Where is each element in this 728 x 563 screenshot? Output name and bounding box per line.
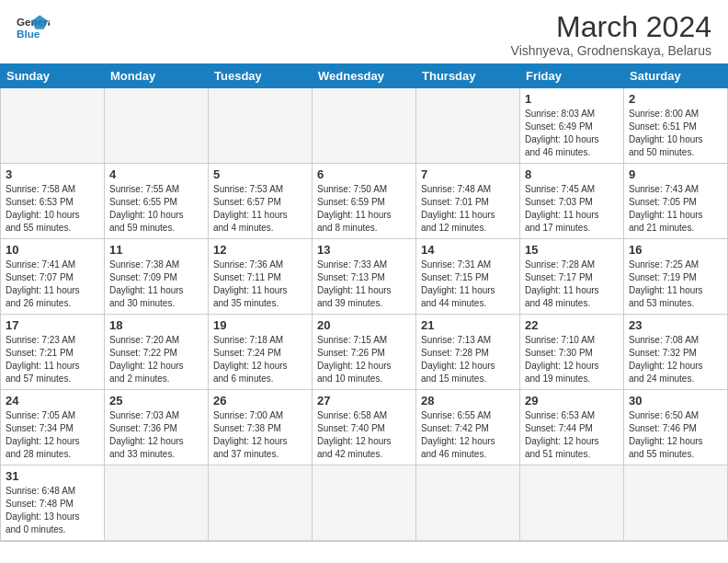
- day-info: Sunrise: 7:05 AM Sunset: 7:34 PM Dayligh…: [6, 409, 99, 461]
- day-info: Sunrise: 7:15 AM Sunset: 7:26 PM Dayligh…: [317, 334, 411, 385]
- calendar-cell-0-5: 1Sunrise: 8:03 AM Sunset: 6:49 PM Daylig…: [520, 88, 624, 164]
- day-info: Sunrise: 8:03 AM Sunset: 6:49 PM Dayligh…: [525, 108, 619, 159]
- day-info: Sunrise: 7:45 AM Sunset: 7:03 PM Dayligh…: [525, 183, 619, 235]
- day-number: 14: [421, 243, 515, 257]
- weekday-header-sunday: Sunday: [1, 64, 105, 88]
- day-info: Sunrise: 7:18 AM Sunset: 7:24 PM Dayligh…: [213, 334, 307, 385]
- day-number: 7: [421, 167, 515, 181]
- day-info: Sunrise: 7:28 AM Sunset: 7:17 PM Dayligh…: [525, 259, 619, 310]
- day-number: 18: [109, 318, 203, 332]
- day-number: 30: [629, 394, 722, 408]
- calendar-cell-4-6: 30Sunrise: 6:50 AM Sunset: 7:46 PM Dayli…: [624, 390, 728, 465]
- day-info: Sunrise: 7:41 AM Sunset: 7:07 PM Dayligh…: [6, 259, 99, 310]
- title-block: March 2024 Vishnyeva, Grodnenskaya, Bela…: [511, 11, 711, 58]
- day-number: 20: [317, 318, 411, 332]
- calendar-cell-4-2: 26Sunrise: 7:00 AM Sunset: 7:38 PM Dayli…: [209, 390, 313, 465]
- day-info: Sunrise: 7:10 AM Sunset: 7:30 PM Dayligh…: [525, 334, 619, 385]
- day-info: Sunrise: 7:20 AM Sunset: 7:22 PM Dayligh…: [109, 334, 203, 385]
- day-number: 1: [525, 92, 619, 106]
- day-number: 10: [6, 243, 99, 257]
- day-number: 13: [317, 243, 411, 257]
- day-info: Sunrise: 6:53 AM Sunset: 7:44 PM Dayligh…: [525, 409, 619, 461]
- day-number: 15: [525, 243, 619, 257]
- calendar-cell-3-4: 21Sunrise: 7:13 AM Sunset: 7:28 PM Dayli…: [416, 315, 520, 390]
- day-info: Sunrise: 6:58 AM Sunset: 7:40 PM Dayligh…: [317, 409, 411, 461]
- month-title: March 2024: [511, 11, 711, 43]
- day-number: 12: [213, 243, 307, 257]
- general-blue-logo-icon: General Blue: [17, 11, 50, 44]
- calendar-cell-3-1: 18Sunrise: 7:20 AM Sunset: 7:22 PM Dayli…: [105, 315, 209, 390]
- calendar-cell-5-6: [624, 465, 728, 542]
- calendar-cell-0-3: [313, 88, 416, 164]
- day-number: 27: [317, 394, 411, 408]
- calendar-cell-5-4: [416, 465, 520, 542]
- day-number: 22: [525, 318, 619, 332]
- calendar-cell-5-3: [313, 465, 416, 542]
- calendar-week-row-2: 10Sunrise: 7:41 AM Sunset: 7:07 PM Dayli…: [1, 239, 728, 315]
- day-number: 9: [629, 167, 722, 181]
- calendar-cell-3-5: 22Sunrise: 7:10 AM Sunset: 7:30 PM Dayli…: [520, 315, 624, 390]
- day-number: 8: [525, 167, 619, 181]
- day-number: 29: [525, 394, 619, 408]
- calendar-cell-2-3: 13Sunrise: 7:33 AM Sunset: 7:13 PM Dayli…: [313, 239, 416, 315]
- calendar-cell-2-4: 14Sunrise: 7:31 AM Sunset: 7:15 PM Dayli…: [416, 239, 520, 315]
- calendar-cell-5-5: [520, 465, 624, 542]
- calendar-cell-3-3: 20Sunrise: 7:15 AM Sunset: 7:26 PM Dayli…: [313, 315, 416, 390]
- day-number: 31: [6, 469, 99, 483]
- calendar-cell-1-3: 6Sunrise: 7:50 AM Sunset: 6:59 PM Daylig…: [313, 164, 416, 239]
- weekday-header-wednesday: Wednesday: [313, 64, 416, 88]
- calendar-cell-4-1: 25Sunrise: 7:03 AM Sunset: 7:36 PM Dayli…: [105, 390, 209, 465]
- day-info: Sunrise: 7:58 AM Sunset: 6:53 PM Dayligh…: [6, 183, 99, 235]
- day-info: Sunrise: 6:50 AM Sunset: 7:46 PM Dayligh…: [629, 409, 722, 461]
- day-info: Sunrise: 7:43 AM Sunset: 7:05 PM Dayligh…: [629, 183, 722, 235]
- calendar-cell-1-6: 9Sunrise: 7:43 AM Sunset: 7:05 PM Daylig…: [624, 164, 728, 239]
- calendar-cell-1-4: 7Sunrise: 7:48 AM Sunset: 7:01 PM Daylig…: [416, 164, 520, 239]
- day-info: Sunrise: 7:08 AM Sunset: 7:32 PM Dayligh…: [629, 334, 722, 385]
- calendar-cell-2-1: 11Sunrise: 7:38 AM Sunset: 7:09 PM Dayli…: [105, 239, 209, 315]
- logo: General Blue: [17, 11, 50, 44]
- calendar-table: SundayMondayTuesdayWednesdayThursdayFrid…: [0, 63, 728, 542]
- day-info: Sunrise: 7:55 AM Sunset: 6:55 PM Dayligh…: [109, 183, 203, 235]
- day-info: Sunrise: 7:13 AM Sunset: 7:28 PM Dayligh…: [421, 334, 515, 385]
- calendar-cell-1-2: 5Sunrise: 7:53 AM Sunset: 6:57 PM Daylig…: [209, 164, 313, 239]
- calendar-cell-1-5: 8Sunrise: 7:45 AM Sunset: 7:03 PM Daylig…: [520, 164, 624, 239]
- day-number: 19: [213, 318, 307, 332]
- calendar-week-row-3: 17Sunrise: 7:23 AM Sunset: 7:21 PM Dayli…: [1, 315, 728, 390]
- day-number: 4: [109, 167, 203, 181]
- day-info: Sunrise: 7:38 AM Sunset: 7:09 PM Dayligh…: [109, 259, 203, 310]
- day-number: 2: [629, 92, 722, 106]
- weekday-header-row: SundayMondayTuesdayWednesdayThursdayFrid…: [1, 64, 728, 88]
- calendar-cell-1-0: 3Sunrise: 7:58 AM Sunset: 6:53 PM Daylig…: [1, 164, 105, 239]
- day-number: 16: [629, 243, 722, 257]
- calendar-cell-3-6: 23Sunrise: 7:08 AM Sunset: 7:32 PM Dayli…: [624, 315, 728, 390]
- day-info: Sunrise: 8:00 AM Sunset: 6:51 PM Dayligh…: [629, 108, 722, 159]
- weekday-header-friday: Friday: [520, 64, 624, 88]
- calendar-cell-4-4: 28Sunrise: 6:55 AM Sunset: 7:42 PM Dayli…: [416, 390, 520, 465]
- day-number: 11: [109, 243, 203, 257]
- day-number: 28: [421, 394, 515, 408]
- day-number: 24: [6, 394, 99, 408]
- calendar-cell-1-1: 4Sunrise: 7:55 AM Sunset: 6:55 PM Daylig…: [105, 164, 209, 239]
- calendar-cell-5-2: [209, 465, 313, 542]
- day-info: Sunrise: 7:00 AM Sunset: 7:38 PM Dayligh…: [213, 409, 307, 461]
- day-info: Sunrise: 7:03 AM Sunset: 7:36 PM Dayligh…: [109, 409, 203, 461]
- day-number: 17: [6, 318, 99, 332]
- weekday-header-monday: Monday: [105, 64, 209, 88]
- calendar-cell-3-0: 17Sunrise: 7:23 AM Sunset: 7:21 PM Dayli…: [1, 315, 105, 390]
- calendar-cell-4-5: 29Sunrise: 6:53 AM Sunset: 7:44 PM Dayli…: [520, 390, 624, 465]
- header: General Blue March 2024 Vishnyeva, Grodn…: [0, 0, 728, 63]
- calendar-cell-2-2: 12Sunrise: 7:36 AM Sunset: 7:11 PM Dayli…: [209, 239, 313, 315]
- day-info: Sunrise: 7:33 AM Sunset: 7:13 PM Dayligh…: [317, 259, 411, 310]
- day-number: 5: [213, 167, 307, 181]
- weekday-header-tuesday: Tuesday: [209, 64, 313, 88]
- day-number: 6: [317, 167, 411, 181]
- weekday-header-thursday: Thursday: [416, 64, 520, 88]
- calendar-week-row-1: 3Sunrise: 7:58 AM Sunset: 6:53 PM Daylig…: [1, 164, 728, 239]
- calendar-cell-0-6: 2Sunrise: 8:00 AM Sunset: 6:51 PM Daylig…: [624, 88, 728, 164]
- location: Vishnyeva, Grodnenskaya, Belarus: [511, 43, 711, 58]
- day-info: Sunrise: 7:31 AM Sunset: 7:15 PM Dayligh…: [421, 259, 515, 310]
- calendar-cell-0-0: [1, 88, 105, 164]
- day-info: Sunrise: 7:48 AM Sunset: 7:01 PM Dayligh…: [421, 183, 515, 235]
- day-info: Sunrise: 7:36 AM Sunset: 7:11 PM Dayligh…: [213, 259, 307, 310]
- calendar-week-row-0: 1Sunrise: 8:03 AM Sunset: 6:49 PM Daylig…: [1, 88, 728, 164]
